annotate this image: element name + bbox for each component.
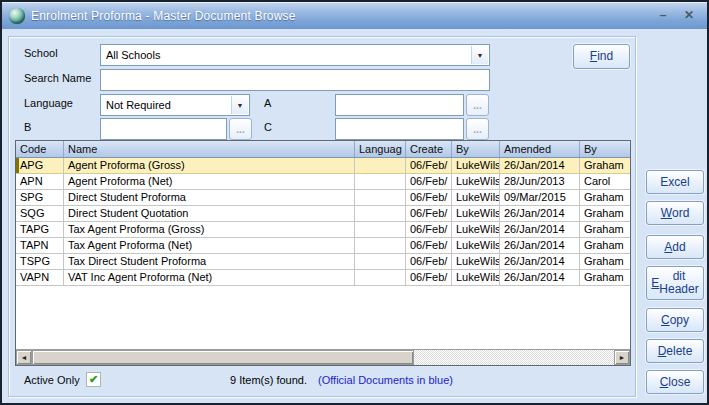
horizontal-scrollbar[interactable]: ◄ ► <box>16 349 630 365</box>
table-row[interactable]: TAPNTax Agent Proforma (Net)06/Feb/LukeW… <box>16 238 630 254</box>
table-cell: 26/Jan/2014 <box>500 158 580 174</box>
field-a-browse-button[interactable]: ... <box>466 94 489 116</box>
table-cell: 28/Jun/2013 <box>500 174 580 190</box>
table-cell: 06/Feb/ <box>406 270 452 286</box>
table-cell: SQG <box>16 206 64 222</box>
official-documents-note: (Official Documents in blue) <box>318 374 453 386</box>
table-cell: Graham <box>580 254 630 270</box>
field-b-label: B <box>24 121 31 133</box>
table-cell: 06/Feb/ <box>406 174 452 190</box>
field-a-label: A <box>264 97 271 109</box>
table-cell: LukeWils <box>452 158 500 174</box>
table-row[interactable]: APNAgent Proforma (Net)06/Feb/LukeWils28… <box>16 174 630 190</box>
table-cell: LukeWils <box>452 270 500 286</box>
table-row[interactable]: APGAgent Proforma (Gross)06/Feb/LukeWils… <box>16 158 630 174</box>
title-bar[interactable]: Enrolment Proforma - Master Document Bro… <box>2 2 707 29</box>
scrollbar-thumb[interactable] <box>32 350 414 365</box>
table-row[interactable]: SQGDirect Student Quotation06/Feb/LukeWi… <box>16 206 630 222</box>
table-cell: 26/Jan/2014 <box>500 238 580 254</box>
excel-button[interactable]: Excel <box>646 170 704 194</box>
table-cell: 06/Feb/ <box>406 254 452 270</box>
table-cell: Carol <box>580 174 630 190</box>
table-cell: APG <box>16 158 64 174</box>
table-cell: Agent Proforma (Net) <box>64 174 355 190</box>
table-cell <box>355 174 406 190</box>
table-cell: Agent Proforma (Gross) <box>64 158 355 174</box>
table-cell: VAT Inc Agent Proforma (Net) <box>64 270 355 286</box>
close-dialog-button[interactable]: Close <box>646 370 704 394</box>
table-cell: 06/Feb/ <box>406 206 452 222</box>
window-title: Enrolment Proforma - Master Document Bro… <box>31 9 296 23</box>
table-cell: Tax Agent Proforma (Gross) <box>64 222 355 238</box>
language-combobox[interactable]: Not Required ▼ <box>100 94 250 116</box>
column-header-code-0[interactable]: Code <box>16 141 64 157</box>
delete-button[interactable]: Delete <box>646 339 704 363</box>
field-a-input[interactable] <box>335 94 464 116</box>
table-cell: APN <box>16 174 64 190</box>
column-header-by-6[interactable]: By <box>580 141 630 157</box>
copy-button[interactable]: Copy <box>646 308 704 332</box>
table-cell: 26/Jan/2014 <box>500 206 580 222</box>
table-body: APGAgent Proforma (Gross)06/Feb/LukeWils… <box>16 158 630 286</box>
chevron-down-icon[interactable]: ▼ <box>471 46 488 64</box>
chevron-down-icon[interactable]: ▼ <box>231 96 248 114</box>
edit-header-button[interactable]: Edit Header <box>646 266 704 300</box>
table-cell: VAPN <box>16 270 64 286</box>
scroll-right-icon[interactable]: ► <box>614 350 630 365</box>
table-cell: LukeWils <box>452 222 500 238</box>
table-cell: Graham <box>580 238 630 254</box>
table-row[interactable]: SPGDirect Student Proforma06/Feb/LukeWil… <box>16 190 630 206</box>
column-header-create-3[interactable]: Create <box>406 141 452 157</box>
table-cell <box>355 270 406 286</box>
table-cell <box>355 158 406 174</box>
word-button[interactable]: Word <box>646 201 704 225</box>
field-c-browse-button[interactable]: ... <box>466 118 489 140</box>
column-header-by-4[interactable]: By <box>452 141 500 157</box>
globe-icon <box>9 8 25 24</box>
column-header-languag-2[interactable]: Languag <box>355 141 406 157</box>
table-cell <box>355 254 406 270</box>
table-cell: TAPG <box>16 222 64 238</box>
table-row[interactable]: TAPGTax Agent Proforma (Gross)06/Feb/Luk… <box>16 222 630 238</box>
table-cell <box>355 222 406 238</box>
table-cell: TAPN <box>16 238 64 254</box>
column-header-name-1[interactable]: Name <box>64 141 355 157</box>
table-header-row: CodeNameLanguagCreateByAmendedBy <box>16 141 630 158</box>
scroll-left-icon[interactable]: ◄ <box>16 350 32 365</box>
table-cell: LukeWils <box>452 190 500 206</box>
table-cell: 06/Feb/ <box>406 190 452 206</box>
items-found-text: 9 Item(s) found. <box>230 374 307 386</box>
close-button[interactable]: ✕ <box>681 7 697 23</box>
table-row[interactable]: VAPNVAT Inc Agent Proforma (Net)06/Feb/L… <box>16 270 630 286</box>
active-only-checkbox[interactable]: ✔ <box>86 372 101 387</box>
table-cell: Graham <box>580 190 630 206</box>
school-combobox[interactable]: All Schools ▼ <box>100 44 490 66</box>
table-cell: 26/Jan/2014 <box>500 270 580 286</box>
table-cell: Tax Direct Student Proforma <box>64 254 355 270</box>
table-cell: TSPG <box>16 254 64 270</box>
column-header-amended-5[interactable]: Amended <box>500 141 580 157</box>
find-button[interactable]: Find <box>573 44 630 69</box>
minimize-button[interactable]: – <box>655 7 671 23</box>
table-cell: Direct Student Quotation <box>64 206 355 222</box>
table-cell: LukeWils <box>452 238 500 254</box>
language-combobox-value: Not Required <box>106 99 171 111</box>
field-b-browse-button[interactable]: ... <box>229 118 252 140</box>
field-c-input[interactable] <box>335 118 464 140</box>
table-cell <box>355 238 406 254</box>
search-name-input[interactable] <box>100 69 490 91</box>
table-cell: 06/Feb/ <box>406 222 452 238</box>
table-cell: SPG <box>16 190 64 206</box>
table-cell: LukeWils <box>452 206 500 222</box>
table-cell: Graham <box>580 206 630 222</box>
field-b-input[interactable] <box>100 118 227 140</box>
table-cell: Graham <box>580 222 630 238</box>
table-cell: 09/Mar/2015 <box>500 190 580 206</box>
table-row[interactable]: TSPGTax Direct Student Proforma06/Feb/Lu… <box>16 254 630 270</box>
table-cell: LukeWils <box>452 254 500 270</box>
table-cell: 06/Feb/ <box>406 158 452 174</box>
add-button[interactable]: Add <box>646 235 704 259</box>
table-cell: 26/Jan/2014 <box>500 222 580 238</box>
table-cell: Graham <box>580 158 630 174</box>
table-cell: Tax Agent Proforma (Net) <box>64 238 355 254</box>
